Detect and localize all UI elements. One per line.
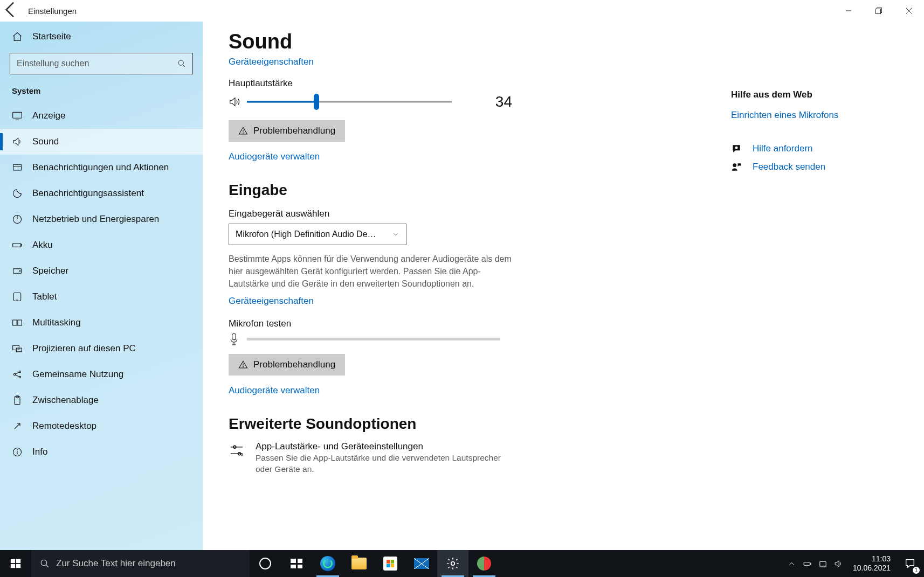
svg-point-33: [17, 449, 18, 450]
sidebar-item-label: Anzeige: [32, 110, 65, 121]
input-troubleshoot-button[interactable]: Problembehandlung: [229, 354, 345, 376]
windows-icon: [10, 558, 22, 569]
input-device-properties-link[interactable]: Geräteeigenschaften: [229, 296, 314, 307]
taskbar: Zur Suche Text hier eingeben 11:03 10.06…: [0, 550, 924, 577]
gear-icon: [446, 557, 460, 571]
app-volume-settings-item[interactable]: App-Lautstärke- und Geräteeinstellungen …: [229, 441, 520, 475]
taskbar-app-ccleaner[interactable]: [468, 550, 500, 577]
taskbar-search[interactable]: Zur Suche Text hier eingeben: [31, 550, 250, 577]
sidebar-item-zwischenablage[interactable]: Zwischenablage: [0, 387, 203, 413]
feedback-link[interactable]: Feedback senden: [753, 162, 825, 172]
mail-icon: [414, 558, 429, 569]
sidebar-item-benachrichtigungen[interactable]: Benachrichtigungen und Aktionen: [0, 155, 203, 180]
get-help-link[interactable]: Hilfe anfordern: [753, 143, 813, 154]
taskbar-time: 11:03: [853, 554, 891, 564]
sidebar-item-projizieren[interactable]: Projizieren auf diesen PC: [0, 336, 203, 362]
titlebar: Einstellungen: [0, 0, 924, 22]
svg-point-51: [41, 560, 47, 566]
master-volume-slider[interactable]: [247, 94, 452, 109]
sidebar-item-label: Zwischenablage: [32, 395, 99, 406]
close-button[interactable]: [894, 0, 924, 22]
sidebar-item-multitasking[interactable]: Multitasking: [0, 310, 203, 336]
input-device-selected: Mikrofon (High Definition Audio De…: [236, 230, 376, 239]
svg-point-40: [243, 366, 244, 367]
svg-line-27: [16, 375, 19, 377]
power-icon: [12, 214, 23, 225]
cortana-button[interactable]: [250, 550, 281, 577]
advanced-heading: Erweiterte Soundoptionen: [229, 415, 898, 433]
sidebar-search[interactable]: [10, 53, 193, 74]
feedback-icon: [731, 162, 742, 172]
sidebar-item-speicher[interactable]: Speicher: [0, 258, 203, 284]
taskbar-app-explorer[interactable]: [343, 550, 375, 577]
sidebar-item-anzeige[interactable]: Anzeige: [0, 103, 203, 129]
task-view-button[interactable]: [281, 550, 312, 577]
minimize-button[interactable]: [833, 0, 864, 22]
system-tray[interactable]: [783, 559, 847, 568]
start-button[interactable]: [0, 550, 31, 577]
sidebar-item-remotedesktop[interactable]: Remotedesktop: [0, 413, 203, 439]
speaker-icon: [229, 96, 240, 108]
sidebar-item-netzbetrieb[interactable]: Netzbetrieb und Energiesparen: [0, 206, 203, 232]
svg-rect-54: [804, 562, 810, 565]
web-help-heading: Hilfe aus dem Web: [731, 89, 898, 100]
svg-line-52: [46, 565, 49, 567]
sidebar-item-label: Gemeinsame Nutzung: [32, 369, 123, 380]
action-center-button[interactable]: 1: [896, 550, 924, 577]
edge-icon: [320, 556, 335, 571]
svg-point-16: [19, 270, 20, 272]
storage-icon: [12, 266, 23, 276]
svg-rect-47: [11, 559, 15, 563]
taskbar-clock[interactable]: 11:03 10.06.2021: [847, 554, 896, 573]
search-icon: [40, 559, 50, 568]
get-help-icon: [731, 143, 742, 154]
device-properties-link[interactable]: Geräteeigenschaften: [229, 57, 314, 67]
home-icon: [12, 31, 23, 42]
taskbar-app-edge[interactable]: [312, 550, 343, 577]
help-column: Hilfe aus dem Web Einrichten eines Mikro…: [731, 89, 898, 180]
output-troubleshoot-button[interactable]: Problembehandlung: [229, 120, 345, 142]
share-icon: [12, 369, 23, 380]
svg-rect-21: [13, 345, 19, 350]
sidebar-item-sound[interactable]: Sound: [0, 129, 203, 155]
master-volume-value: 34: [491, 93, 512, 110]
info-icon: [12, 447, 23, 457]
svg-rect-48: [16, 559, 20, 563]
sidebar-item-akku[interactable]: Akku: [0, 232, 203, 258]
notification-badge: 1: [913, 567, 920, 574]
manage-output-devices-link[interactable]: Audiogeräte verwalten: [229, 151, 320, 162]
svg-point-46: [733, 163, 736, 167]
manage-input-devices-link[interactable]: Audiogeräte verwalten: [229, 385, 320, 396]
sidebar-item-label: Netzbetrieb und Energiesparen: [32, 214, 159, 225]
sidebar-item-benachrichtigungsassistent[interactable]: Benachrichtigungsassistent: [0, 180, 203, 206]
taskbar-app-store[interactable]: [375, 550, 406, 577]
sidebar-search-input[interactable]: [17, 59, 177, 68]
svg-line-26: [16, 372, 19, 374]
back-button[interactable]: [0, 0, 22, 23]
maximize-button[interactable]: [864, 0, 894, 22]
taskbar-app-settings[interactable]: [437, 550, 468, 577]
sidebar-item-info[interactable]: Info: [0, 439, 203, 465]
sidebar-item-gemeinsame-nutzung[interactable]: Gemeinsame Nutzung: [0, 362, 203, 387]
setup-microphone-link[interactable]: Einrichten eines Mikrofons: [731, 110, 898, 121]
tray-volume-icon: [834, 559, 843, 568]
input-device-select[interactable]: Mikrofon (High Definition Audio De…: [229, 224, 406, 245]
sidebar-group-label: System: [0, 82, 203, 103]
svg-rect-9: [13, 164, 22, 170]
svg-rect-20: [18, 320, 22, 325]
svg-rect-14: [21, 244, 22, 246]
taskbar-app-mail[interactable]: [406, 550, 437, 577]
svg-point-25: [19, 376, 20, 378]
svg-rect-13: [13, 244, 21, 247]
mic-test-label: Mikrofon testen: [229, 318, 898, 329]
master-volume-label: Hauptlautstärke: [229, 78, 898, 89]
tray-battery-icon: [803, 559, 812, 568]
sidebar-item-label: Projizieren auf diesen PC: [32, 343, 136, 354]
page-title: Sound: [229, 30, 898, 53]
cortana-icon: [259, 558, 271, 569]
svg-rect-50: [16, 564, 20, 568]
sidebar-home[interactable]: Startseite: [0, 22, 203, 47]
clipboard-icon: [12, 395, 23, 406]
tray-network-icon: [818, 559, 828, 568]
sidebar-item-tablet[interactable]: Tablet: [0, 284, 203, 310]
